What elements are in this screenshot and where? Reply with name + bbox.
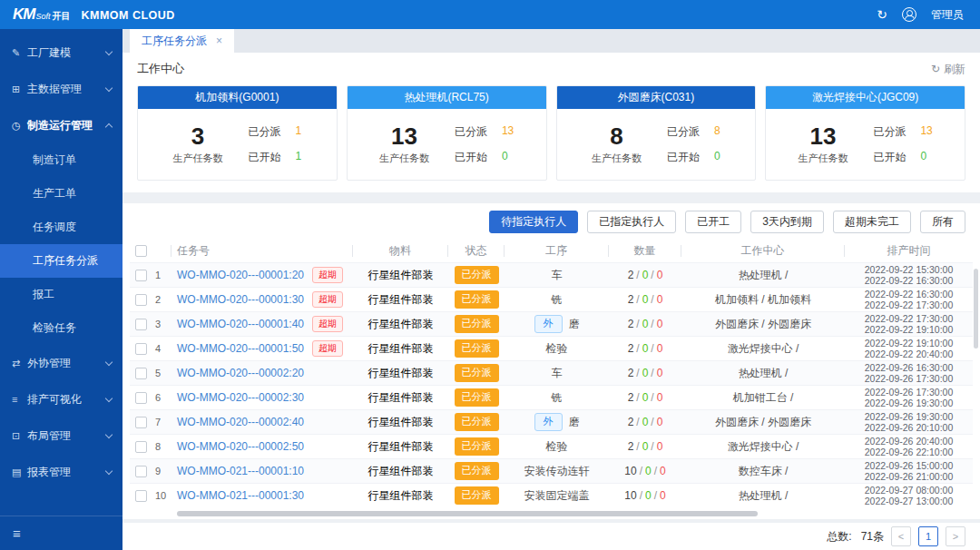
pagination-prev-button[interactable]: < xyxy=(891,526,911,546)
menu-group-icon: ✎ xyxy=(12,47,27,59)
sidebar-bottom-groups: ⇄ 外协管理 ≡ 排产可视化 ⊡ 布局管理 xyxy=(0,345,122,490)
task-number-link[interactable]: WO-MMO-020---00002:40 xyxy=(177,416,304,428)
qty-total: 2 xyxy=(628,342,634,355)
qty-done: 0 xyxy=(642,391,649,404)
refresh-label: 刷新 xyxy=(944,62,965,77)
schedule-end-time: 2022-09-26 19:30:00 xyxy=(865,398,954,409)
schedule-end-time: 2022-09-22 20:40:00 xyxy=(865,349,954,360)
sidebar-menu: ✎ 工厂建模 ⊞ 主数据管理 ◷ 制造运行管理 xyxy=(0,29,122,516)
task-number-link[interactable]: WO-MMO-020---00002:50 xyxy=(177,440,304,453)
qty-scrap: 0 xyxy=(657,293,663,306)
chevron-up-icon xyxy=(105,123,113,130)
row-checkbox[interactable] xyxy=(135,343,147,355)
task-number-link[interactable]: WO-MMO-020---00001:20 xyxy=(177,269,304,281)
sidebar-child-item[interactable]: 报工 xyxy=(0,278,122,311)
sidebar-child-item[interactable]: 生产工单 xyxy=(0,177,122,211)
qty-done: 0 xyxy=(642,342,649,355)
workcenter-panel: 工作中心 ↻ 刷新 机加领料(G0001) 3 xyxy=(122,53,980,192)
task-number-link[interactable]: WO-MMO-021---00001:30 xyxy=(177,489,304,502)
task-number-link[interactable]: WO-MMO-021---00001:10 xyxy=(177,465,304,477)
sidebar-child-item[interactable]: 任务调度 xyxy=(0,211,122,244)
material-name: 行星组件部装 xyxy=(368,390,434,406)
sidebar-child-item[interactable]: 工序任务分派 xyxy=(0,244,122,278)
row-checkbox[interactable] xyxy=(135,270,147,281)
row-checkbox[interactable] xyxy=(135,368,147,379)
task-total-value: 3 xyxy=(173,123,223,149)
user-name[interactable]: 管理员 xyxy=(931,7,964,23)
filter-button[interactable]: 已指定执行人 xyxy=(587,211,676,233)
chevron-down-icon xyxy=(105,394,113,401)
task-number-link[interactable]: WO-MMO-020---00002:30 xyxy=(177,391,304,404)
sidebar-group-item[interactable]: ▤ 报表管理 xyxy=(0,454,122,490)
material-name: 行星组件部装 xyxy=(368,366,434,381)
sidebar-group-item[interactable]: ⊞ 主数据管理 xyxy=(0,71,122,107)
started-label: 已开始 xyxy=(873,150,906,165)
row-number: 2 xyxy=(155,294,161,305)
sidebar-group-item[interactable]: ⊡ 布局管理 xyxy=(0,417,122,454)
process-name: 铣 xyxy=(552,292,563,308)
refresh-button[interactable]: ↻ 刷新 xyxy=(931,62,965,77)
workcenter-card-title: 外圆磨床(C031) xyxy=(557,86,756,109)
started-label: 已开始 xyxy=(455,150,487,165)
filter-button[interactable]: 所有 xyxy=(920,211,965,233)
filter-button[interactable]: 超期未完工 xyxy=(833,211,911,233)
close-icon[interactable]: × xyxy=(216,34,222,47)
content-area: 工序任务分派 × 工作中心 ↻ 刷新 机加领料(G0001) xyxy=(122,29,980,550)
sidebar-group-item[interactable]: ⇄ 外协管理 xyxy=(0,345,122,381)
sidebar-child-item[interactable]: 制造订单 xyxy=(0,143,122,177)
sidebar-group-item[interactable]: ≡ 排产可视化 xyxy=(0,381,122,417)
status-badge: 已分派 xyxy=(455,339,499,358)
horizontal-scrollbar[interactable] xyxy=(177,511,758,516)
schedule-time-cell: 2022-09-26 17:30:00 2022-09-26 19:30:00 xyxy=(845,387,973,409)
row-checkbox[interactable] xyxy=(135,417,147,428)
schedule-time-cell: 2022-09-22 16:30:00 2022-09-22 17:30:00 xyxy=(845,289,973,311)
schedule-start-time: 2022-09-22 19:10:00 xyxy=(865,338,954,349)
row-checkbox[interactable] xyxy=(135,392,147,404)
sync-icon[interactable]: ↻ xyxy=(877,8,887,21)
schedule-end-time: 2022-09-26 22:10:00 xyxy=(865,447,954,458)
status-badge: 已分派 xyxy=(455,388,499,407)
filter-button[interactable]: 待指定执行人 xyxy=(489,211,578,233)
material-name: 行星组件部装 xyxy=(368,488,434,504)
user-avatar-icon[interactable] xyxy=(902,7,916,22)
assigned-label: 已分派 xyxy=(455,124,487,140)
process-name: 安装传动连轩 xyxy=(524,464,590,479)
pagination-next-button[interactable]: > xyxy=(946,526,965,546)
table-row: 7 WO-MMO-020---00002:40 行星组件部装 已分派 外 xyxy=(130,409,973,434)
assigned-value: 8 xyxy=(714,124,720,140)
row-checkbox[interactable] xyxy=(135,294,147,306)
sidebar-group-item[interactable]: ✎ 工厂建模 xyxy=(0,34,122,71)
row-number: 8 xyxy=(155,441,161,452)
menu-child-label: 任务调度 xyxy=(33,220,76,235)
vertical-scrollbar[interactable] xyxy=(974,269,978,349)
row-checkbox[interactable] xyxy=(135,319,147,330)
column-header-material: 物料 xyxy=(353,245,448,257)
schedule-start-time: 2022-09-26 16:30:00 xyxy=(865,362,954,374)
sidebar-group-manufacturing[interactable]: ◷ 制造运行管理 xyxy=(0,107,122,143)
filter-button[interactable]: 3天内到期 xyxy=(750,211,824,233)
menu-child-label: 制造订单 xyxy=(33,152,76,168)
pagination-page-1[interactable]: 1 xyxy=(918,526,938,546)
menu-group-label: 工厂建模 xyxy=(27,45,106,61)
quantity-cell: 2/0/0 xyxy=(609,391,681,404)
assigned-label: 已分派 xyxy=(249,124,281,140)
row-checkbox[interactable] xyxy=(135,490,147,502)
task-number-link[interactable]: WO-MMO-020---00001:50 xyxy=(177,342,304,355)
row-checkbox[interactable] xyxy=(135,441,147,453)
table-row: 4 WO-MMO-020---00001:50 超期 行星组件部装 已分派 xyxy=(130,336,973,360)
collapse-menu-icon[interactable]: ≡ xyxy=(13,525,21,541)
qty-done: 0 xyxy=(645,465,652,477)
sidebar-child-item[interactable]: 检验任务 xyxy=(0,311,122,345)
overdue-badge: 超期 xyxy=(312,291,343,308)
refresh-icon: ↻ xyxy=(931,63,940,75)
menu-group-label: 主数据管理 xyxy=(27,82,106,97)
task-number-link[interactable]: WO-MMO-020---00001:30 xyxy=(177,293,304,306)
task-number-link[interactable]: WO-MMO-020---00001:40 xyxy=(177,318,304,330)
filter-button[interactable]: 已开工 xyxy=(685,211,741,233)
sidebar-top-groups: ✎ 工厂建模 ⊞ 主数据管理 xyxy=(0,34,122,107)
task-number-link[interactable]: WO-MMO-020---00002:20 xyxy=(177,367,304,379)
tab-process-task-dispatch[interactable]: 工序任务分派 × xyxy=(130,29,234,53)
select-all-checkbox[interactable] xyxy=(135,245,147,257)
row-checkbox[interactable] xyxy=(135,466,147,477)
schedule-time-cell: 2022-09-26 19:30:00 2022-09-26 20:10:00 xyxy=(845,411,973,434)
